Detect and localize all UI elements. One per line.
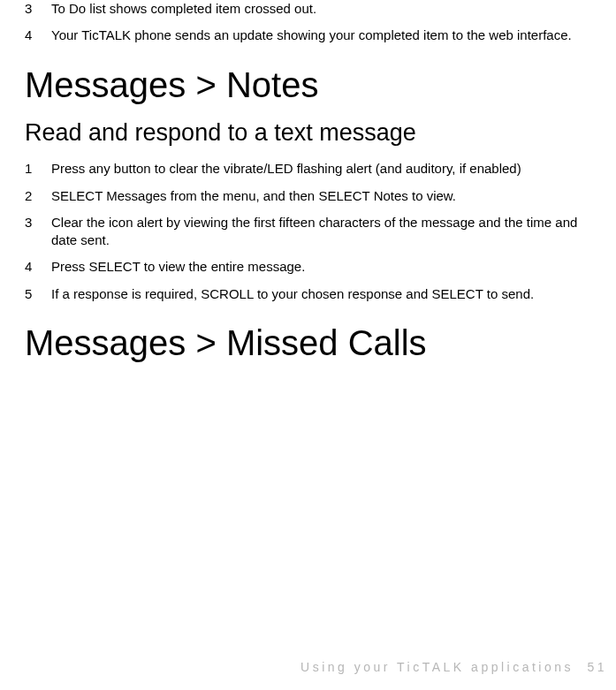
step-item: 3 To Do list shows completed item crosse… [25, 0, 591, 18]
step-text: SELECT Messages from the menu, and then … [51, 187, 591, 205]
page-number: 51 [587, 660, 607, 674]
step-text: Clear the icon alert by viewing the firs… [51, 214, 591, 250]
section-subheading-read-respond: Read and respond to a text message [25, 118, 591, 148]
step-number: 3 [25, 214, 51, 250]
step-number: 3 [25, 0, 51, 18]
step-item: 2 SELECT Messages from the menu, and the… [25, 187, 591, 205]
section-heading-notes: Messages > Notes [25, 64, 591, 106]
page-footer: Using your TicTALK applications 51 [300, 660, 607, 674]
step-item: 1 Press any button to clear the vibrate/… [25, 160, 591, 178]
step-item: 3 Clear the icon alert by viewing the fi… [25, 214, 591, 250]
step-text: Press any button to clear the vibrate/LE… [51, 160, 591, 178]
step-number: 4 [25, 27, 51, 44]
step-item: 4 Press SELECT to view the entire messag… [25, 258, 591, 276]
step-number: 2 [25, 187, 51, 205]
footer-text: Using your TicTALK applications [300, 660, 574, 674]
step-number: 1 [25, 160, 51, 178]
section-heading-missed-calls: Messages > Missed Calls [25, 322, 591, 364]
step-text: If a response is required, SCROLL to you… [51, 285, 591, 303]
step-text: To Do list shows completed item crossed … [51, 0, 591, 18]
step-number: 5 [25, 285, 51, 303]
step-text: Your TicTALK phone sends an update showi… [51, 27, 591, 44]
step-item: 4 Your TicTALK phone sends an update sho… [25, 27, 591, 44]
step-item: 5 If a response is required, SCROLL to y… [25, 285, 591, 303]
step-text: Press SELECT to view the entire message. [51, 258, 591, 276]
step-number: 4 [25, 258, 51, 276]
